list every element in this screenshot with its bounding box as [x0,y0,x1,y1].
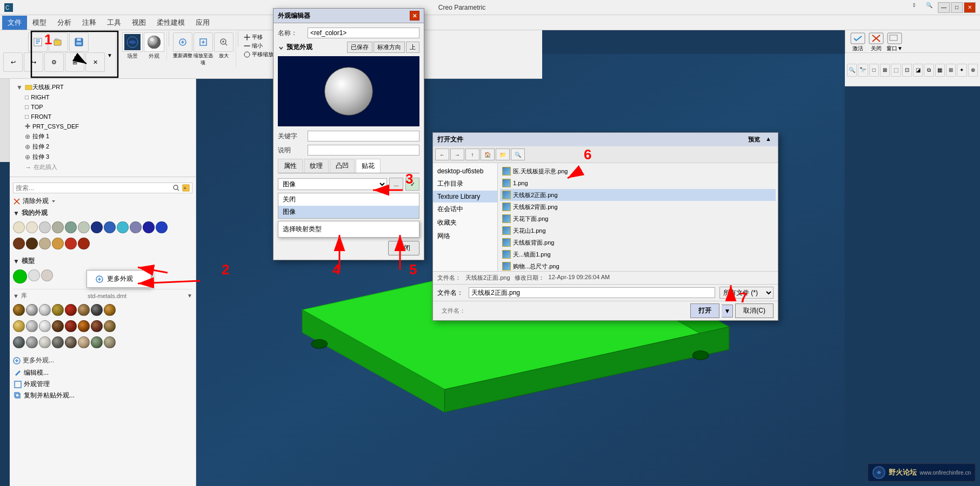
lib-silver1[interactable] [26,304,38,316]
swatch-dark-blue[interactable] [143,221,155,233]
up-btn[interactable]: 上 [406,42,419,53]
close-group[interactable]: 关闭 [868,32,884,52]
close-button[interactable]: ✕ [964,2,976,13]
fb-sidebar-favorites[interactable]: 收藏夹 [433,216,497,230]
vp-btn-3[interactable]: □ [869,64,879,77]
lib-warm-metal[interactable] [104,304,116,316]
swatch-navy[interactable] [91,221,103,233]
menu-file[interactable]: 文件 [2,16,27,30]
lib-khaki[interactable] [104,336,116,348]
vp-btn-5[interactable]: ⬚ [891,64,901,77]
appearance-button-group[interactable]: 外观 [144,32,164,60]
fb-sidebar-session[interactable]: 在会话中 [433,202,497,216]
collapse-icon[interactable] [278,44,284,51]
dropdown-close[interactable]: 关闭 [278,193,419,206]
standard-btn[interactable]: 标准方向 [374,42,405,53]
fb-sidebar-workdir[interactable]: 工作目录 [433,177,497,191]
ctx-more-appearances[interactable]: 更多外观 [87,272,151,286]
shrink-item[interactable]: 缩小 [243,42,274,50]
lib-deep-red[interactable] [65,320,77,332]
dialog-titlebar[interactable]: 外观编辑器 ✕ [274,9,424,23]
tree-insert-here[interactable]: → 在此插入 [23,162,191,172]
view-options-icon[interactable]: ≡ [182,184,190,192]
swatch-dark-brown[interactable] [26,238,38,249]
fb-file-5[interactable]: 天花山1.png [500,225,776,237]
save-button[interactable] [69,32,89,52]
lib-green-metal[interactable] [91,336,103,348]
swatch-cyan[interactable] [117,221,129,233]
fb-file-3[interactable]: 天线板2背面.png [500,201,776,213]
name-input[interactable] [308,28,419,38]
swatch-dark-gray[interactable] [52,221,64,233]
clear-dropdown-icon[interactable] [51,199,56,204]
vp-btn-4[interactable]: ⊠ [880,64,890,77]
lib-brown-metal[interactable] [91,320,103,332]
vp-btn-1[interactable]: 🔍 [847,64,857,77]
fb-sidebar-texture[interactable]: Texture Library [433,191,497,202]
dropdown-image[interactable]: 图像 [278,206,419,218]
lib-silver3[interactable] [26,320,38,332]
menu-applications[interactable]: 应用 [190,16,215,30]
zoom-in-button[interactable] [214,32,234,52]
fb-sidebar-network[interactable]: 网络 [433,230,497,243]
swatch-tan[interactable] [39,238,51,249]
pan-item[interactable]: 平移 [243,33,274,41]
fb-collapse-btn[interactable]: ▲ [763,136,774,144]
swatch-light-beige[interactable] [26,221,38,233]
swatch-gray[interactable] [39,221,51,233]
tree-extrude2[interactable]: ⊕ 拉伸 2 [23,141,191,152]
fb-search-btn[interactable]: 🔍 [511,148,525,160]
swatch-teal[interactable] [65,221,77,233]
fb-up-btn[interactable]: ↑ [465,148,479,160]
swatch-purple-gray[interactable] [130,221,142,233]
lib-teal-metal[interactable] [13,336,25,348]
zoom-factor-item[interactable]: 平移缩放 [243,51,274,58]
vp-btn-10[interactable]: ⊞ [946,64,956,77]
lib-off-white[interactable] [39,336,51,348]
lib-sand[interactable] [78,336,90,348]
vp-btn-9[interactable]: ▦ [935,64,945,77]
fb-back-btn[interactable]: ← [435,148,449,160]
window-group[interactable]: 窗口▼ [886,32,903,52]
close-file-button[interactable]: ✕ [85,52,105,72]
fb-open-button[interactable]: 打开 [690,303,719,318]
zoom-fit-button[interactable] [194,32,213,52]
lib-warm-neutral[interactable] [65,336,77,348]
lib-neutral[interactable] [26,336,38,348]
model-green-swatch[interactable] [13,269,27,284]
keyword-input[interactable] [308,131,419,141]
menu-view[interactable]: 视图 [126,16,151,30]
fb-open-dropdown-btn[interactable]: ▼ [722,305,733,318]
model-gray-swatch[interactable] [28,269,40,281]
swatch-gold[interactable] [52,238,64,249]
fb-file-1[interactable]: 1.png [500,177,776,189]
tree-top[interactable]: □ TOP [23,102,191,112]
swatch-blue[interactable] [104,221,116,233]
lib-rust[interactable] [52,320,64,332]
fb-filename-input[interactable] [469,287,715,298]
menu-flexible-modeling[interactable]: 柔性建模 [151,16,190,30]
swatch-brown[interactable] [13,238,25,249]
lib-amber[interactable] [78,320,90,332]
saved-btn[interactable]: 已保存 [347,42,372,53]
lib-silver2[interactable] [39,304,51,316]
lib-dark-metal[interactable] [91,304,103,316]
edit-model-row[interactable]: 编辑模... [10,367,196,379]
new-button[interactable] [28,32,48,52]
readjust-button[interactable] [173,32,192,52]
dialog-close-button[interactable]: ✕ [410,11,419,21]
activate-group[interactable]: 激活 [850,32,866,52]
vp-btn-11[interactable]: ✦ [957,64,966,77]
decal-dropdown[interactable]: 关闭 图像 [278,178,387,190]
maximize-button[interactable]: □ [951,2,963,13]
lib-red-metal[interactable] [65,304,77,316]
menu-model[interactable]: 模型 [27,16,52,30]
lib-gold1[interactable] [52,304,64,316]
more-appearances-button[interactable]: 更多外观... [10,354,196,367]
tree-front[interactable]: □ FRONT [23,112,191,122]
appearance-manager-row[interactable]: 外观管理 [10,379,196,390]
lib-silver4[interactable] [39,320,51,332]
tab-bump[interactable]: 凸凹 [330,159,355,173]
scene-button-group[interactable]: 场景 [122,32,143,60]
tree-extrude3[interactable]: ⊕ 拉伸 3 [23,152,191,162]
